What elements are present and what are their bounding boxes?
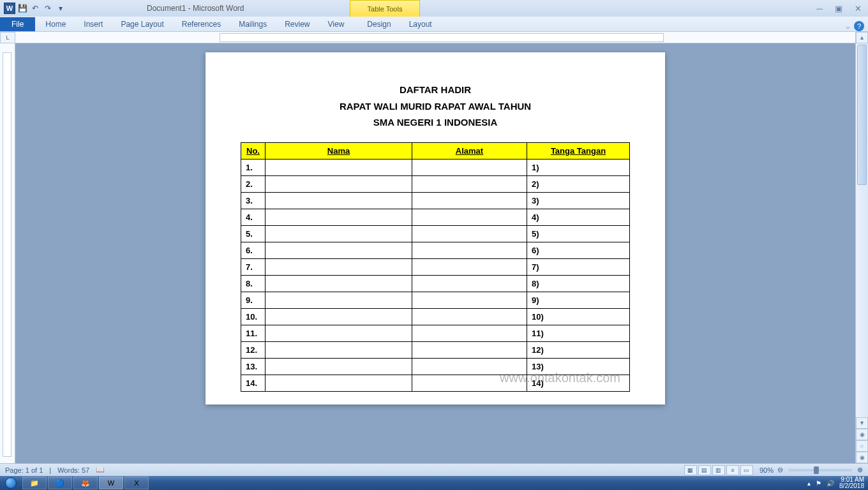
cell-alamat — [412, 308, 527, 325]
status-page[interactable]: Page: 1 of 1 — [5, 466, 43, 474]
cell-alamat — [412, 242, 527, 258]
tray-clock[interactable]: 9:01 AM 8/2/2018 — [839, 477, 864, 489]
cell-nama — [266, 292, 412, 308]
tab-references[interactable]: References — [173, 17, 230, 31]
tab-page-layout[interactable]: Page Layout — [112, 17, 172, 31]
zoom-level[interactable]: 90% — [760, 466, 774, 474]
fullscreen-view-icon[interactable]: ▤ — [698, 465, 711, 475]
vertical-scrollbar[interactable]: ▲ ▼ ◉ ○ ◉ — [855, 32, 868, 463]
qat-dropdown-icon[interactable]: ▾ — [55, 3, 66, 14]
next-page-icon[interactable]: ◉ — [856, 452, 868, 463]
scroll-thumb[interactable] — [857, 45, 867, 185]
document-page[interactable]: DAFTAR HADIR RAPAT WALI MURID RAPAT AWAL… — [206, 52, 665, 405]
horizontal-ruler[interactable] — [15, 32, 855, 43]
cell-alamat — [412, 358, 527, 375]
cell-sign: 4) — [527, 209, 630, 225]
table-row[interactable]: 12.12) — [241, 341, 630, 358]
close-icon[interactable]: ✕ — [851, 4, 864, 13]
cell-sign: 1) — [527, 159, 630, 175]
tab-insert[interactable]: Insert — [75, 17, 112, 31]
header-sign: Tanga Tangan — [527, 142, 630, 159]
undo-icon[interactable]: ↶ — [29, 3, 41, 14]
scroll-down-icon[interactable]: ▼ — [856, 417, 868, 429]
cell-nama — [266, 159, 412, 175]
tray-show-hidden-icon[interactable]: ▴ — [807, 480, 811, 487]
tab-view[interactable]: View — [319, 17, 354, 31]
taskbar-explorer-icon[interactable]: 📁 — [22, 477, 47, 489]
tab-layout[interactable]: Layout — [400, 17, 441, 31]
cell-nama — [266, 192, 412, 209]
zoom-out-icon[interactable]: ⊖ — [777, 466, 783, 474]
attendance-table[interactable]: No. Nama Alamat Tanga Tangan 1.1)2.2)3.3… — [241, 142, 630, 392]
title-bar: W 💾 ↶ ↷ ▾ Document1 - Microsoft Word Tab… — [0, 0, 868, 17]
browse-object-icon[interactable]: ○ — [856, 440, 868, 452]
tab-review[interactable]: Review — [276, 17, 318, 31]
help-icon[interactable]: ? — [854, 21, 864, 31]
cell-sign: 14) — [527, 375, 630, 391]
table-row[interactable]: 8.8) — [241, 275, 630, 292]
tab-design[interactable]: Design — [358, 17, 400, 31]
table-row[interactable]: 9.9) — [241, 292, 630, 308]
quick-access-toolbar: W 💾 ↶ ↷ ▾ — [0, 3, 70, 14]
cell-no: 10. — [241, 308, 266, 325]
table-row[interactable]: 4.4) — [241, 209, 630, 225]
word-app-icon[interactable]: W — [4, 3, 15, 14]
cell-nama — [266, 225, 412, 242]
tab-selector[interactable]: L — [0, 32, 15, 43]
draft-view-icon[interactable]: ▭ — [740, 465, 753, 475]
tray-volume-icon[interactable]: 🔊 — [827, 480, 834, 487]
ribbon-collapse-icon[interactable]: ⌵ — [846, 22, 850, 31]
cell-sign: 2) — [527, 175, 630, 192]
zoom-in-icon[interactable]: ⊕ — [857, 466, 863, 474]
vertical-ruler[interactable] — [0, 43, 15, 463]
cell-alamat — [412, 292, 527, 308]
cell-alamat — [412, 209, 527, 225]
redo-icon[interactable]: ↷ — [42, 3, 54, 14]
cell-nama — [266, 258, 412, 275]
view-buttons: ▦ ▤ ▥ ≡ ▭ — [684, 465, 753, 475]
proofing-icon[interactable]: 📖 — [96, 466, 105, 474]
save-icon[interactable]: 💾 — [17, 3, 28, 14]
table-row[interactable]: 7.7) — [241, 258, 630, 275]
table-row[interactable]: 5.5) — [241, 225, 630, 242]
scroll-up-icon[interactable]: ▲ — [856, 32, 868, 43]
table-row[interactable]: 10.10) — [241, 308, 630, 325]
cell-no: 2. — [241, 175, 266, 192]
minimize-icon[interactable]: ─ — [813, 4, 826, 13]
taskbar-firefox-icon[interactable]: 🦊 — [73, 477, 98, 489]
cell-alamat — [412, 159, 527, 175]
table-row[interactable]: 1.1) — [241, 159, 630, 175]
web-layout-view-icon[interactable]: ▥ — [712, 465, 725, 475]
status-words[interactable]: Words: 57 — [57, 466, 89, 474]
table-row[interactable]: 11.11) — [241, 325, 630, 341]
taskbar-chrome-icon[interactable]: 🔵 — [48, 477, 72, 489]
cell-nama — [266, 358, 412, 375]
cell-no: 5. — [241, 225, 266, 242]
cell-no: 14. — [241, 375, 266, 391]
table-row[interactable]: 13.13) — [241, 358, 630, 375]
cell-no: 9. — [241, 292, 266, 308]
tab-file[interactable]: File — [0, 17, 35, 31]
heading-line-3: SMA NEGERI 1 INDONESIA — [241, 114, 630, 131]
table-row[interactable]: 2.2) — [241, 175, 630, 192]
table-row[interactable]: 3.3) — [241, 192, 630, 209]
tab-home[interactable]: Home — [36, 17, 75, 31]
previous-page-icon[interactable]: ◉ — [856, 429, 868, 440]
restore-icon[interactable]: ▣ — [832, 4, 845, 13]
header-alamat: Alamat — [412, 142, 527, 159]
table-row[interactable]: 6.6) — [241, 242, 630, 258]
cell-no: 1. — [241, 159, 266, 175]
taskbar-word-icon[interactable]: W — [99, 477, 123, 489]
cell-no: 8. — [241, 275, 266, 292]
taskbar-excel-icon[interactable]: X — [124, 477, 149, 489]
tab-mailings[interactable]: Mailings — [230, 17, 276, 31]
cell-sign: 5) — [527, 225, 630, 242]
cell-no: 4. — [241, 209, 266, 225]
start-button[interactable] — [0, 476, 22, 490]
zoom-slider[interactable] — [788, 469, 852, 471]
outline-view-icon[interactable]: ≡ — [726, 465, 739, 475]
tray-flag-icon[interactable]: ⚑ — [816, 480, 821, 487]
cell-nama — [266, 209, 412, 225]
table-row[interactable]: 14.14) — [241, 375, 630, 391]
print-layout-view-icon[interactable]: ▦ — [684, 465, 697, 475]
